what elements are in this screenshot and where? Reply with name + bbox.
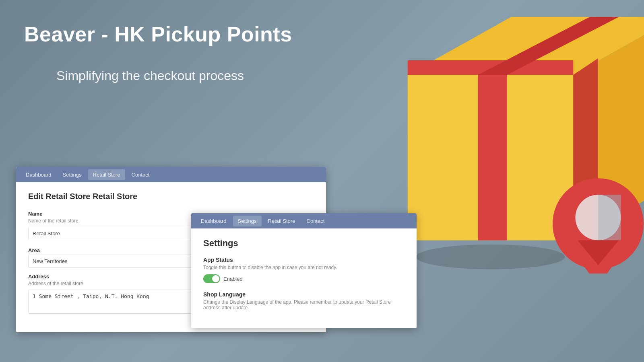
nav-item-retail-front[interactable]: Retail Store — [263, 216, 300, 226]
edit-form-title: Edit Retail Store Retail Store — [28, 192, 314, 201]
nav-item-settings-front[interactable]: Settings — [233, 216, 262, 226]
nav-item-contact-back[interactable]: Contact — [127, 169, 155, 180]
nav-item-contact-front[interactable]: Contact — [302, 216, 330, 226]
app-status-desc: Toggle this button to disable the app in… — [203, 265, 405, 270]
svg-rect-10 — [598, 195, 621, 240]
settings-title: Settings — [203, 238, 405, 249]
shop-language-section: Shop Language Change the Display Languag… — [203, 291, 405, 311]
app-status-toggle[interactable] — [203, 274, 220, 283]
shop-language-desc: Change the Display Language of the app. … — [203, 299, 405, 311]
hero-title: Beaver - HK Pickup Points — [24, 22, 292, 46]
shop-language-title: Shop Language — [203, 291, 405, 298]
nav-item-retail-back[interactable]: Retail Store — [88, 169, 125, 180]
settings-content: Settings App Status Toggle this button t… — [191, 228, 417, 328]
toggle-container: Enabled — [203, 274, 405, 283]
nav-bar-back: Dashboard Settings Retail Store Contact — [16, 167, 326, 182]
svg-point-7 — [416, 245, 565, 269]
nav-item-dashboard-front[interactable]: Dashboard — [196, 216, 231, 226]
settings-window: Dashboard Settings Retail Store Contact … — [191, 213, 417, 328]
svg-marker-3 — [478, 75, 507, 240]
nav-item-dashboard-back[interactable]: Dashboard — [21, 169, 56, 180]
toggle-label: Enabled — [223, 276, 243, 282]
app-status-section: App Status Toggle this button to disable… — [203, 257, 405, 283]
hero-subtitle: Simplifying the checkout process — [56, 68, 244, 83]
nav-bar-front: Dashboard Settings Retail Store Contact — [191, 213, 417, 228]
app-status-title: App Status — [203, 257, 405, 263]
nav-item-settings-back[interactable]: Settings — [58, 169, 87, 180]
